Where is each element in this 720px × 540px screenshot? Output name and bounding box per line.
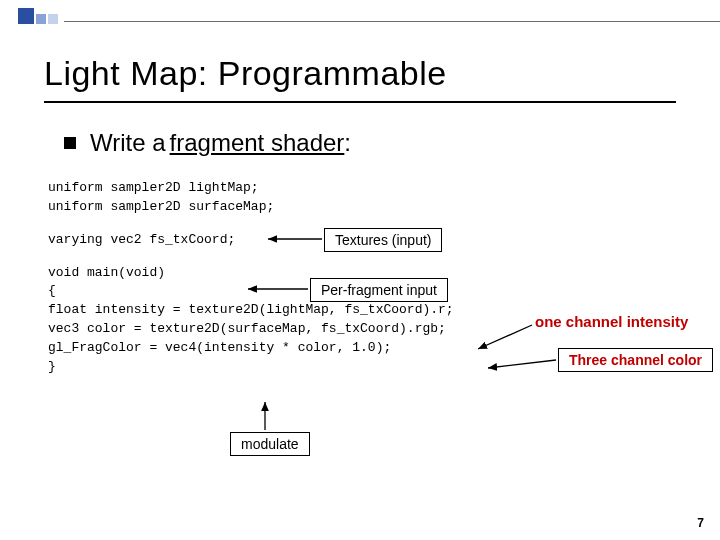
code-line: uniform sampler2D surfaceMap;	[48, 198, 720, 217]
label-three-channel: Three channel color	[558, 348, 713, 372]
label-modulate: modulate	[230, 432, 310, 456]
bullet-suffix: :	[344, 129, 351, 157]
label-one-channel: one channel intensity	[535, 313, 688, 330]
bullet-prefix: Write a	[90, 129, 166, 157]
page-number: 7	[697, 516, 704, 530]
slide-top-decoration	[0, 0, 720, 26]
label-textures: Textures (input)	[324, 228, 442, 252]
deco-square-large	[18, 8, 34, 24]
deco-square-med	[36, 14, 46, 24]
slide-title: Light Map: Programmable	[0, 26, 720, 101]
deco-square-light	[48, 14, 58, 24]
top-rule	[64, 21, 720, 22]
label-perfragment: Per-fragment input	[310, 278, 448, 302]
bullet-underline: fragment shader	[170, 129, 345, 157]
bullet-square-icon	[64, 137, 76, 149]
bullet-line: Write a fragment shader :	[0, 129, 720, 157]
title-rule	[44, 101, 676, 103]
code-line: uniform sampler2D lightMap;	[48, 179, 720, 198]
